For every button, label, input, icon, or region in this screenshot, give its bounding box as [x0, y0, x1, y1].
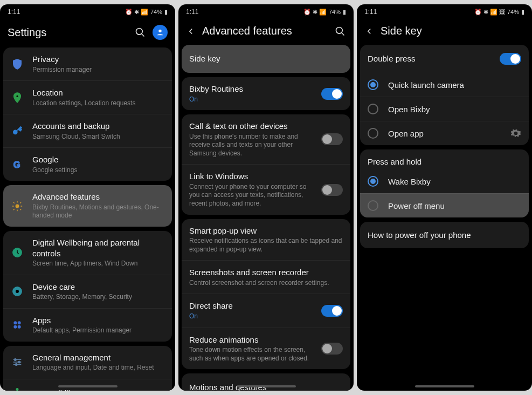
item-subtitle: Language and input, Date and time, Reset: [32, 364, 164, 372]
status-time: 1:11: [8, 8, 20, 16]
settings-item-google[interactable]: GGoogleGoogle settings: [3, 147, 172, 181]
svg-point-13: [18, 326, 20, 329]
item-title: Accessibility: [32, 388, 164, 391]
google-icon: G: [11, 158, 24, 171]
feature-item-smart-pop-up-view[interactable]: Smart pop-up viewReceive notifications a…: [182, 219, 350, 261]
item-subtitle: Bixby Routines, Motions and gestures, On…: [32, 203, 164, 220]
item-title: Link to Windows: [189, 171, 313, 182]
sliders-icon: [11, 356, 24, 369]
feature-item-direct-share[interactable]: Direct shareOn: [182, 294, 350, 327]
side-key-screen: 1:11 ⏰ ✱ 📶 🖼74%▮ Side key Double pressQu…: [357, 4, 532, 391]
settings-item-advanced-features[interactable]: Advanced featuresBixby Routines, Motions…: [3, 185, 172, 227]
pin-icon: [11, 91, 24, 104]
item-subtitle: Samsung Cloud, Smart Switch: [32, 133, 164, 141]
section-title: Double press: [368, 53, 491, 64]
advanced-header: Advanced features: [178, 19, 354, 45]
toggle-switch[interactable]: [321, 88, 343, 100]
option-wake-bixby[interactable]: Wake Bixby: [360, 169, 529, 193]
option-label: Quick launch camera: [388, 80, 521, 90]
option-label: Open Bixby: [388, 105, 521, 114]
svg-point-9: [15, 290, 19, 294]
back-icon[interactable]: [186, 26, 196, 36]
svg-text:G: G: [13, 160, 20, 169]
gear-icon[interactable]: [510, 128, 521, 139]
feature-item-call-text-on-other-devices[interactable]: Call & text on other devicesUse this pho…: [182, 114, 350, 164]
settings-item-general-management[interactable]: General managementLanguage and input, Da…: [3, 346, 172, 379]
option-power-off-menu[interactable]: Power off menu: [360, 193, 529, 217]
search-icon[interactable]: [134, 26, 146, 38]
double-press-toggle[interactable]: [500, 53, 521, 65]
svg-point-6: [16, 205, 19, 208]
svg-point-2: [158, 30, 161, 32]
radio-button[interactable]: [368, 176, 378, 187]
radio-button[interactable]: [368, 104, 378, 114]
item-title: Screenshots and screen recorder: [189, 267, 343, 278]
radio-button[interactable]: [368, 128, 378, 139]
radio-button[interactable]: [368, 79, 378, 90]
option-open-app[interactable]: Open app: [360, 121, 529, 145]
item-subtitle: Location settings, Location requests: [32, 99, 164, 108]
settings-item-accessibility[interactable]: Accessibility: [3, 379, 172, 391]
key-icon: [11, 125, 24, 138]
feature-item-screenshots-and-screen-recorder[interactable]: Screenshots and screen recorderControl s…: [182, 260, 350, 294]
option-label: Power off menu: [388, 201, 521, 210]
settings-header: Settings: [0, 19, 175, 47]
feature-item-link-to-windows[interactable]: Link to WindowsConnect your phone to you…: [182, 164, 350, 214]
settings-item-location[interactable]: LocationLocation settings, Location requ…: [3, 80, 172, 114]
nav-indicator: [415, 385, 474, 387]
svg-point-11: [18, 322, 20, 324]
svg-point-0: [136, 29, 143, 35]
toggle-switch[interactable]: [321, 305, 343, 317]
item-title: Side key: [189, 53, 343, 64]
settings-item-digital-wellbeing-and-parental-controls[interactable]: Digital Wellbeing and parental controlsS…: [3, 231, 172, 275]
nav-indicator: [58, 385, 118, 387]
item-title: Device care: [32, 282, 164, 292]
settings-screen: 1:11 ⏰ ✱ 📶74%▮ Settings PrivacyPermissio…: [0, 4, 175, 391]
item-subtitle: On: [189, 312, 313, 321]
item-subtitle: Permission manager: [32, 66, 164, 74]
option-label: Open app: [388, 129, 501, 138]
item-title: Bixby Routines: [189, 84, 313, 94]
back-icon[interactable]: [364, 26, 374, 36]
option-quick-launch-camera[interactable]: Quick launch camera: [360, 73, 529, 97]
how-to-power-off[interactable]: How to power off your phone: [360, 222, 529, 248]
item-subtitle: Control screenshot and screen recorder s…: [189, 279, 343, 288]
shield-icon: [11, 58, 24, 71]
item-subtitle: Receive notifications as icons that can …: [189, 237, 343, 254]
care-icon: [11, 285, 24, 298]
search-icon[interactable]: [334, 25, 346, 37]
svg-point-3: [16, 95, 19, 98]
status-bar: 1:11 ⏰ ✱ 📶74%▮: [0, 4, 175, 19]
settings-item-apps[interactable]: AppsDefault apps, Permission manager: [3, 308, 172, 342]
toggle-switch[interactable]: [321, 184, 343, 196]
settings-item-accounts-and-backup[interactable]: Accounts and backupSamsung Cloud, Smart …: [3, 114, 172, 147]
status-time: 1:11: [364, 8, 377, 16]
item-subtitle: Use this phone's number to make and rece…: [189, 133, 313, 158]
feature-item-bixby-routines[interactable]: Bixby RoutinesOn: [182, 77, 350, 110]
settings-item-device-care[interactable]: Device careBattery, Storage, Memory, Sec…: [3, 275, 172, 308]
item-subtitle: Tone down motion effects on the screen, …: [189, 346, 313, 363]
svg-point-17: [15, 359, 17, 361]
settings-item-privacy[interactable]: PrivacyPermission manager: [3, 47, 172, 80]
feature-item-motions-and-gestures[interactable]: Motions and gestures: [182, 373, 350, 391]
option-open-bixby[interactable]: Open Bixby: [360, 97, 529, 121]
status-bar: 1:11 ⏰ ✱ 📶 🖼74%▮: [357, 4, 532, 19]
radio-button[interactable]: [368, 200, 378, 211]
toggle-switch[interactable]: [321, 133, 343, 145]
nav-indicator: [237, 385, 296, 387]
item-title: Advanced features: [32, 192, 164, 202]
item-title: Google: [32, 154, 164, 165]
sidekey-header: Side key: [357, 19, 532, 45]
svg-point-18: [18, 362, 20, 364]
access-icon: [11, 386, 24, 391]
toggle-switch[interactable]: [321, 343, 343, 355]
svg-point-10: [14, 322, 17, 324]
feature-item-side-key[interactable]: Side key: [182, 45, 350, 73]
svg-point-12: [14, 326, 17, 329]
status-icons: ⏰ ✱ 📶74%▮: [303, 9, 346, 16]
status-icons: ⏰ ✱ 📶 🖼74%▮: [474, 9, 524, 16]
feature-item-reduce-animations[interactable]: Reduce animationsTone down motion effect…: [182, 328, 350, 370]
item-subtitle: Google settings: [32, 166, 164, 175]
profile-avatar[interactable]: [153, 25, 168, 40]
item-title: General management: [32, 352, 164, 363]
